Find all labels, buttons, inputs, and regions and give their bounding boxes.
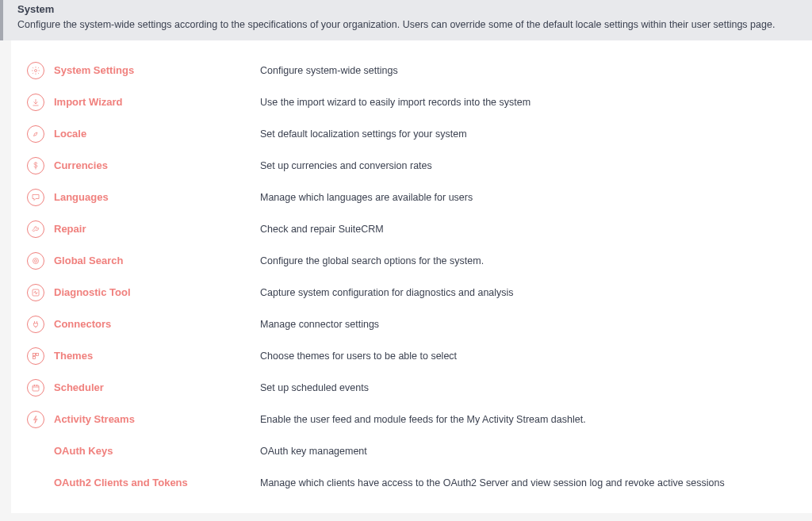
item-description: Use the import wizard to easily import r… — [260, 97, 798, 108]
item-description: Check and repair SuiteCRM — [260, 224, 798, 235]
item-description: OAuth key management — [260, 446, 798, 457]
item-activity-streams[interactable]: Activity Streams Enable the user feed an… — [25, 404, 798, 435]
svg-rect-7 — [33, 385, 39, 391]
item-system-settings[interactable]: System Settings Configure system-wide se… — [25, 55, 798, 86]
download-icon — [25, 92, 46, 113]
item-description: Configure the global search options for … — [260, 255, 798, 266]
item-global-search[interactable]: Global Search Configure the global searc… — [25, 245, 798, 277]
item-description: Capture system configuration for diagnos… — [260, 287, 798, 298]
item-label[interactable]: Currencies — [54, 159, 260, 171]
item-oauth-keys[interactable]: OAuth Keys OAuth key management — [25, 435, 798, 467]
chat-icon — [25, 187, 46, 208]
item-locale[interactable]: Locale Set default localization settings… — [25, 118, 798, 150]
bolt-icon — [25, 409, 46, 430]
svg-point-2 — [35, 259, 37, 262]
item-label[interactable]: OAuth2 Clients and Tokens — [54, 477, 260, 488]
calendar-icon — [25, 377, 46, 398]
item-label[interactable]: Activity Streams — [54, 413, 260, 425]
item-scheduler[interactable]: Scheduler Set up scheduled events — [25, 372, 798, 404]
item-description: Set default localization settings for yo… — [260, 128, 798, 140]
pulse-icon — [25, 282, 46, 303]
item-languages[interactable]: Languages Manage which languages are ava… — [25, 182, 798, 213]
svg-rect-4 — [33, 353, 36, 355]
palette-icon — [25, 346, 46, 366]
item-description: Enable the user feed and module feeds fo… — [260, 414, 798, 425]
item-description: Manage connector settings — [260, 319, 798, 330]
item-description: Set up scheduled events — [260, 382, 798, 393]
item-label[interactable]: System Settings — [54, 64, 260, 76]
item-label[interactable]: Connectors — [54, 318, 260, 330]
item-description: Configure system-wide settings — [260, 65, 798, 76]
item-import-wizard[interactable]: Import Wizard Use the import wizard to e… — [25, 86, 798, 118]
svg-point-0 — [35, 69, 37, 71]
target-icon — [25, 251, 46, 271]
item-oauth2-clients-tokens[interactable]: OAuth2 Clients and Tokens Manage which c… — [25, 467, 798, 499]
item-description: Choose themes for users to be able to se… — [260, 351, 798, 362]
svg-rect-5 — [36, 353, 39, 355]
section-header: System Configure the system-wide setting… — [0, 0, 812, 40]
item-diagnostic-tool[interactable]: Diagnostic Tool Capture system configura… — [25, 277, 798, 308]
wrench-icon — [25, 219, 46, 239]
item-label[interactable]: Global Search — [54, 255, 260, 266]
dollar-icon — [25, 155, 46, 176]
item-description: Manage which clients have access to the … — [260, 477, 798, 488]
item-label[interactable]: OAuth Keys — [54, 445, 260, 457]
item-label[interactable]: Import Wizard — [54, 96, 260, 108]
item-label[interactable]: Diagnostic Tool — [54, 286, 260, 298]
svg-point-1 — [33, 258, 39, 263]
section-title: System — [17, 3, 798, 15]
item-label[interactable]: Languages — [54, 191, 260, 203]
plug-icon — [25, 314, 46, 335]
compass-icon — [25, 124, 46, 144]
item-repair[interactable]: Repair Check and repair SuiteCRM — [25, 213, 798, 245]
item-label[interactable]: Locale — [54, 128, 260, 140]
item-description: Manage which languages are available for… — [260, 192, 798, 203]
gear-icon — [25, 60, 46, 81]
items-list: System Settings Configure system-wide se… — [11, 40, 812, 513]
item-currencies[interactable]: Currencies Set up currencies and convers… — [25, 150, 798, 182]
item-themes[interactable]: Themes Choose themes for users to be abl… — [25, 340, 798, 372]
section-description: Configure the system-wide settings accor… — [17, 18, 798, 33]
item-label[interactable]: Repair — [54, 223, 260, 235]
item-connectors[interactable]: Connectors Manage connector settings — [25, 308, 798, 340]
svg-rect-6 — [33, 356, 36, 358]
item-label[interactable]: Themes — [54, 350, 260, 362]
item-description: Set up currencies and conversion rates — [260, 160, 798, 171]
item-label[interactable]: Scheduler — [54, 381, 260, 393]
